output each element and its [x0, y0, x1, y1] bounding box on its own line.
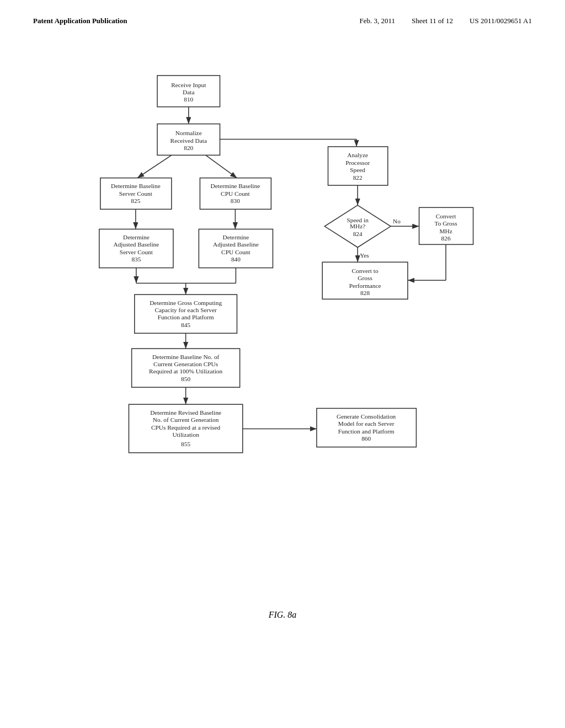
node-810-text2: Data [183, 89, 194, 95]
node-822-text4: 822 [353, 174, 363, 181]
node-845-text3: Function and Platform [158, 314, 214, 320]
node-845-text2: Capacity for each Server [154, 307, 217, 313]
header: Patent Application Publication Feb. 3, 2… [33, 17, 532, 25]
node-810-text: Receive Input [171, 82, 206, 88]
publication-label: Patent Application Publication [33, 17, 127, 25]
flowchart-svg: text { font-family: 'Times New Roman', T… [33, 58, 532, 599]
publication-date: Feb. 3, 2011 [360, 17, 396, 25]
label-no: No [393, 218, 401, 224]
node-824-text3: 824 [353, 231, 363, 237]
flowchart-area: text { font-family: 'Times New Roman', T… [33, 58, 532, 599]
node-835-text2: Adjusted Baseline [114, 241, 159, 248]
node-860-text4: 860 [361, 435, 371, 442]
fig-label-text: FIG. 8a [269, 610, 297, 619]
node-830-text3: 830 [231, 197, 240, 204]
node-826-text3: MHz [439, 228, 452, 234]
node-824-text2: MHz? [350, 223, 365, 229]
node-845-text1: Determine Gross Computing [150, 299, 222, 306]
node-850-text1: Determine Baseline No. of [152, 354, 220, 360]
sheet-info: Sheet 11 of 12 [412, 17, 453, 25]
node-810-text3: 810 [184, 96, 193, 103]
node-860-text1: Generate Consolidation [337, 413, 396, 420]
patent-number: US 2011/0029651 A1 [470, 17, 532, 25]
node-840-text3: CPU Count [221, 249, 250, 255]
node-824-text1: Speed in [347, 217, 369, 223]
node-845-text4: 845 [181, 322, 190, 328]
header-right: Feb. 3, 2011 Sheet 11 of 12 US 2011/0029… [360, 17, 532, 25]
node-826-text1: Convert [436, 213, 456, 220]
node-830-text2: CPU Count [221, 190, 250, 197]
node-855-text3: CPUs Required at a revised [151, 424, 221, 431]
node-840-text1: Determine [223, 234, 249, 240]
node-826-text2: To Gross [435, 220, 457, 227]
node-835-text3: Server Count [120, 249, 153, 255]
node-850-text4: 850 [181, 376, 190, 382]
node-826-text4: 826 [441, 235, 451, 242]
node-850-text3: Required at 100% Utilization [149, 368, 222, 374]
node-835-text4: 835 [131, 256, 141, 263]
node-828-text1: Convert to [352, 267, 379, 274]
node-855-text1: Determine Revised Baseline [150, 409, 221, 416]
node-822-text2: Processor [345, 159, 370, 166]
node-840-text2: Adjusted Baseline [213, 241, 259, 248]
node-825-text1: Determine Baseline [111, 183, 161, 189]
label-yes: Yes [360, 252, 369, 259]
node-828-text2: Gross [358, 275, 372, 281]
node-820-text1: Normalize [175, 130, 202, 136]
figure-label: FIG. 8a [33, 610, 532, 620]
page: Patent Application Publication Feb. 3, 2… [0, 0, 565, 728]
node-855-text2: No. of Current Generation [153, 416, 219, 423]
node-850-text2: Current Generation CPUs [153, 361, 218, 367]
node-828-text4: 828 [360, 290, 370, 296]
node-825-text3: 825 [131, 197, 140, 204]
arrow-820-830 [206, 155, 237, 178]
node-855-text5: 855 [181, 441, 190, 447]
node-822-text1: Analyze [347, 152, 368, 158]
node-822-text3: Speed [350, 167, 365, 173]
node-840-text4: 840 [231, 256, 241, 263]
header-left: Patent Application Publication [33, 17, 127, 25]
node-828-text3: Performance [349, 282, 381, 289]
node-835-text1: Determine [123, 234, 150, 240]
node-860-text2: Model for each Server [338, 420, 395, 427]
arrow-820-825 [137, 155, 172, 178]
node-820-text3: 820 [184, 144, 193, 151]
node-820-text2: Received Data [170, 137, 207, 144]
node-860-text3: Function and Platform [338, 428, 395, 435]
node-855-text4: Utilization [172, 431, 199, 438]
node-830-text1: Determine Baseline [211, 183, 260, 189]
node-825-text2: Server Count [119, 190, 153, 197]
